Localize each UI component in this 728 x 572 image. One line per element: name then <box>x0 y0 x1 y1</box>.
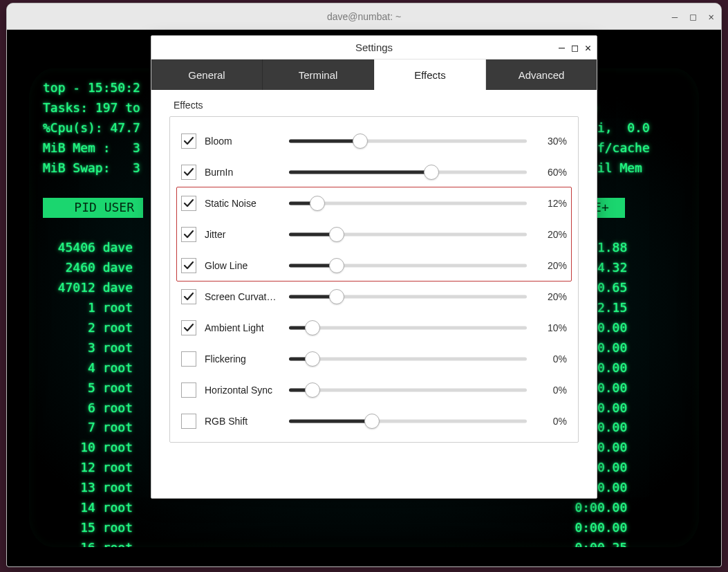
close-button[interactable]: ✕ <box>709 12 714 21</box>
window-controls: — □ ✕ <box>672 3 714 30</box>
effect-checkbox[interactable] <box>181 227 196 242</box>
effect-row-burnin: BurnIn60% <box>177 156 571 187</box>
effect-row-glow-line: Glow Line20% <box>177 250 571 281</box>
slider-thumb[interactable] <box>305 320 320 335</box>
tab-effects[interactable]: Effects <box>374 59 486 90</box>
effect-row-horizontal-sync: Horizontal Sync0% <box>177 374 571 405</box>
minimize-button[interactable]: — <box>672 12 678 21</box>
check-icon <box>183 260 194 271</box>
effect-label: Jitter <box>205 229 281 240</box>
effects-panel: Effects Bloom30%BurnIn60%Static Noise12%… <box>151 90 597 498</box>
effect-slider[interactable] <box>289 165 527 179</box>
effect-slider[interactable] <box>289 414 527 428</box>
slider-thumb[interactable] <box>424 165 439 180</box>
effect-label: Horizontal Sync <box>205 385 281 396</box>
effect-row-screen-curvat: Screen Curvat…20% <box>177 281 571 312</box>
effect-slider[interactable] <box>289 383 527 397</box>
effect-row-jitter: Jitter20% <box>177 219 571 250</box>
effect-row-static-noise: Static Noise12% <box>177 187 571 219</box>
effect-percent: 60% <box>535 167 567 178</box>
effect-row-ambient-light: Ambient Light10% <box>177 312 571 343</box>
effect-checkbox[interactable] <box>181 351 196 367</box>
slider-thumb[interactable] <box>305 351 320 367</box>
tab-general[interactable]: General <box>151 59 263 90</box>
check-icon <box>183 198 194 209</box>
effect-percent: 0% <box>535 353 567 365</box>
settings-dialog: Settings — □ ✕ GeneralTerminalEffectsAdv… <box>151 35 597 499</box>
check-icon <box>183 167 194 178</box>
window-title: dave@numbat: ~ <box>327 11 401 22</box>
slider-thumb[interactable] <box>329 227 344 242</box>
dialog-titlebar: Settings — □ ✕ <box>151 36 597 59</box>
slider-thumb[interactable] <box>329 289 344 304</box>
effect-label: Ambient Light <box>205 322 281 333</box>
effect-slider[interactable] <box>289 134 527 148</box>
check-icon <box>183 136 194 147</box>
dialog-minimize-button[interactable]: — <box>559 43 565 53</box>
slider-thumb[interactable] <box>364 414 380 429</box>
effect-checkbox[interactable] <box>181 258 196 273</box>
slider-thumb[interactable] <box>329 258 344 273</box>
effect-label: Glow Line <box>205 260 281 271</box>
effect-row-rgb-shift: RGB Shift0% <box>177 405 571 436</box>
tab-advanced[interactable]: Advanced <box>486 59 597 90</box>
section-label: Effects <box>174 100 579 111</box>
effect-slider[interactable] <box>289 352 527 366</box>
effect-percent: 30% <box>535 136 567 147</box>
effect-percent: 20% <box>535 229 567 240</box>
titlebar: dave@numbat: ~ — □ ✕ <box>7 3 721 30</box>
check-icon <box>183 291 194 302</box>
main-window: dave@numbat: ~ — □ ✕ top - 15:50:2 02 Ta… <box>6 3 722 567</box>
effect-percent: 10% <box>535 322 567 333</box>
effect-slider[interactable] <box>289 259 527 273</box>
slider-thumb[interactable] <box>353 133 368 149</box>
effect-checkbox[interactable] <box>181 320 196 335</box>
effect-checkbox[interactable] <box>181 165 196 180</box>
effect-checkbox[interactable] <box>181 133 196 149</box>
effect-percent: 12% <box>535 198 567 209</box>
effect-label: RGB Shift <box>205 416 281 427</box>
effect-label: Static Noise <box>205 198 281 209</box>
effect-slider[interactable] <box>289 290 527 304</box>
effect-row-flickering: Flickering0% <box>177 343 571 374</box>
effects-box: Bloom30%BurnIn60%Static Noise12%Jitter20… <box>169 116 579 443</box>
slider-thumb[interactable] <box>305 382 320 398</box>
effect-checkbox[interactable] <box>181 414 196 429</box>
highlighted-effects-group: Static Noise12%Jitter20%Glow Line20% <box>176 187 572 282</box>
tab-terminal[interactable]: Terminal <box>263 59 374 90</box>
check-icon <box>183 322 194 333</box>
effect-label: Flickering <box>205 353 281 365</box>
effect-checkbox[interactable] <box>181 289 196 304</box>
maximize-button[interactable]: □ <box>690 12 696 21</box>
effect-percent: 0% <box>535 385 567 396</box>
effect-checkbox[interactable] <box>181 196 196 211</box>
check-icon <box>183 229 194 240</box>
effect-slider[interactable] <box>289 321 527 335</box>
effect-slider[interactable] <box>289 196 527 210</box>
effect-label: Screen Curvat… <box>205 291 281 302</box>
effect-label: BurnIn <box>205 167 281 178</box>
slider-thumb[interactable] <box>310 196 325 211</box>
effect-label: Bloom <box>205 136 281 147</box>
dialog-window-controls: — □ ✕ <box>559 36 591 59</box>
effect-percent: 20% <box>535 291 567 302</box>
dialog-maximize-button[interactable]: □ <box>572 43 578 53</box>
effect-percent: 20% <box>535 260 567 271</box>
tabbar: GeneralTerminalEffectsAdvanced <box>151 59 597 90</box>
effect-checkbox[interactable] <box>181 382 196 398</box>
effect-slider[interactable] <box>289 228 527 241</box>
dialog-close-button[interactable]: ✕ <box>585 43 591 53</box>
effect-percent: 0% <box>535 416 567 427</box>
effect-row-bloom: Bloom30% <box>177 125 571 156</box>
process-table-header-left: PID USER <box>43 198 143 218</box>
dialog-title: Settings <box>355 41 393 53</box>
